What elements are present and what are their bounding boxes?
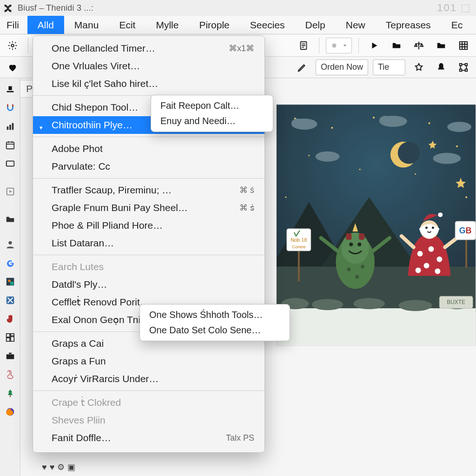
svg-point-56 [357, 243, 361, 246]
svg-point-35 [415, 173, 416, 175]
svg-rect-4 [460, 63, 462, 66]
title-bar: Biusf – Thenidi 3 ...: 101 ⬚ [0, 0, 476, 16]
rail-hand-icon[interactable] [2, 311, 19, 327]
svg-rect-61 [359, 233, 364, 240]
folder2-icon[interactable] [432, 37, 450, 54]
rail-user-icon[interactable] [2, 236, 19, 253]
mi-sheves-pliin: Sheves Pliin [33, 411, 264, 429]
rail-art-icon[interactable] [2, 273, 19, 290]
smi-one-dato[interactable]: One Dato Set Colo Sene… [140, 323, 290, 338]
heart-icon[interactable] [4, 59, 21, 76]
menu-manu[interactable]: Manu [64, 16, 109, 34]
svg-text:Conee: Conee [292, 244, 306, 249]
svg-rect-21 [10, 334, 13, 336]
svg-point-32 [456, 145, 458, 147]
svg-text:GB: GB [459, 226, 472, 235]
strip-arrow-icon: ▣ [67, 462, 75, 472]
rail-touch-icon[interactable] [2, 366, 19, 383]
tie-field[interactable]: Tie [373, 60, 405, 75]
rail-firefox-icon[interactable] [2, 403, 19, 420]
mi-parvulate[interactable]: Parvulate: Cc [33, 158, 264, 175]
svg-point-44 [433, 153, 461, 164]
rail-cross-icon[interactable] [2, 292, 19, 309]
svg-text:BUXTE: BUXTE [447, 299, 465, 305]
svg-point-65 [424, 263, 430, 269]
mi-fanit-doffle[interactable]: Fanit Doffle…Talx PS [33, 429, 264, 447]
menu-alld[interactable]: Alld [27, 16, 64, 34]
order-field[interactable]: Orden Now [316, 60, 368, 75]
rail-play-icon[interactable] [2, 183, 19, 200]
menu-tepreases[interactable]: Tepreases [376, 16, 441, 34]
menu-bar: Fili Alld Manu Ecit Mylle Pirople Seecie… [0, 16, 476, 34]
nodes-icon[interactable] [455, 59, 472, 76]
svg-point-59 [355, 275, 359, 278]
rail-folder-icon[interactable] [2, 211, 19, 228]
window-counter: 101 ⬚ [437, 2, 471, 14]
menu-pirople[interactable]: Pirople [189, 16, 239, 34]
play-icon[interactable] [365, 37, 383, 54]
mi-dellancled-timer[interactable]: One Dellancled Timer…⌘x1⌘ [33, 40, 264, 57]
svg-point-31 [428, 122, 430, 124]
svg-point-71 [432, 226, 434, 229]
smi-enuy-needi[interactable]: Enuy and Needi… [151, 113, 273, 129]
svg-point-36 [465, 196, 467, 198]
svg-point-41 [379, 116, 392, 125]
dropdown-empty[interactable] [326, 38, 352, 53]
mi-adobe-phot[interactable]: Adobe Phot [33, 140, 264, 158]
rail-bars-icon[interactable] [2, 118, 19, 135]
rail-google-icon[interactable] [2, 255, 19, 271]
svg-rect-3 [460, 41, 468, 49]
svg-point-69 [438, 212, 443, 217]
folder-icon[interactable] [388, 37, 405, 54]
mi-phoe-pill[interactable]: Phoe & Pill Pliand Hore… [33, 217, 264, 234]
mi-datdls-ply[interactable]: Datdl's Ply… [33, 276, 264, 293]
rail-calendar-icon[interactable] [2, 137, 19, 153]
mi-acoy-virrarcis[interactable]: Acoyṙ VirRarcis Under… [33, 370, 264, 388]
mi-lise-saho[interactable]: Lise kil ç'let Saho hiret… [33, 75, 264, 93]
star-outline-icon[interactable] [410, 59, 428, 76]
svg-rect-6 [460, 69, 462, 71]
smi-one-shows[interactable]: One Shows Śhhoth Tools… [140, 307, 290, 323]
canvas-button: BUXTE [439, 296, 473, 308]
menu-seecies[interactable]: Seecies [240, 16, 295, 34]
svg-point-63 [428, 246, 434, 252]
gear-icon[interactable] [4, 37, 21, 54]
side-rail [0, 78, 20, 476]
canvas[interactable]: Nob 18 Conee GB BUXTE [276, 104, 476, 346]
svg-rect-9 [9, 125, 11, 130]
svg-point-54 [341, 232, 369, 264]
rail-briefcase-icon[interactable] [2, 348, 19, 364]
mi-list-dataran[interactable]: List Dataran… [33, 234, 264, 252]
balance-icon[interactable] [410, 37, 428, 54]
mi-vrluales-viret[interactable]: One Vrluales Viret… [33, 57, 264, 75]
rail-dashboard-icon[interactable] [2, 329, 19, 346]
mi-graple[interactable]: Graple Fnum Buni Pay Sheel…⌘ ṡ [33, 199, 264, 217]
caret-down-icon: ▾ [40, 121, 43, 135]
rail-panel-icon[interactable] [2, 155, 19, 172]
menu-ecit[interactable]: Ecit [109, 16, 145, 34]
rail-magnet-icon[interactable] [2, 99, 19, 116]
mi-tratfler[interactable]: Tratfler Scaup, Pireminu; …⌘ ś [33, 181, 264, 199]
svg-point-50 [353, 298, 385, 309]
svg-point-64 [436, 257, 442, 262]
grid-icon[interactable] [455, 37, 472, 54]
menu-ec[interactable]: Ec [441, 16, 473, 34]
svg-point-0 [11, 44, 14, 47]
rail-tree-icon[interactable] [2, 385, 19, 402]
document-icon[interactable] [295, 37, 312, 54]
menu-new[interactable]: New [336, 16, 376, 34]
svg-rect-72 [298, 249, 300, 282]
svg-point-33 [308, 155, 310, 156]
menu-delp[interactable]: Delp [295, 16, 336, 34]
svg-point-58 [361, 265, 364, 269]
menu-mylle[interactable]: Mylle [145, 16, 189, 34]
menu-fili[interactable]: Fili [3, 16, 27, 34]
rail-tophat-icon[interactable] [2, 81, 19, 98]
pencil-icon[interactable] [293, 59, 311, 76]
mi-graps-fun[interactable]: Graps a Fun [33, 352, 264, 370]
svg-rect-24 [10, 395, 11, 397]
hat-icon[interactable] [432, 59, 450, 76]
smi-fait-reepon[interactable]: Fait Reepon Calt… [151, 98, 273, 113]
svg-point-66 [435, 269, 440, 274]
svg-point-43 [316, 152, 340, 162]
